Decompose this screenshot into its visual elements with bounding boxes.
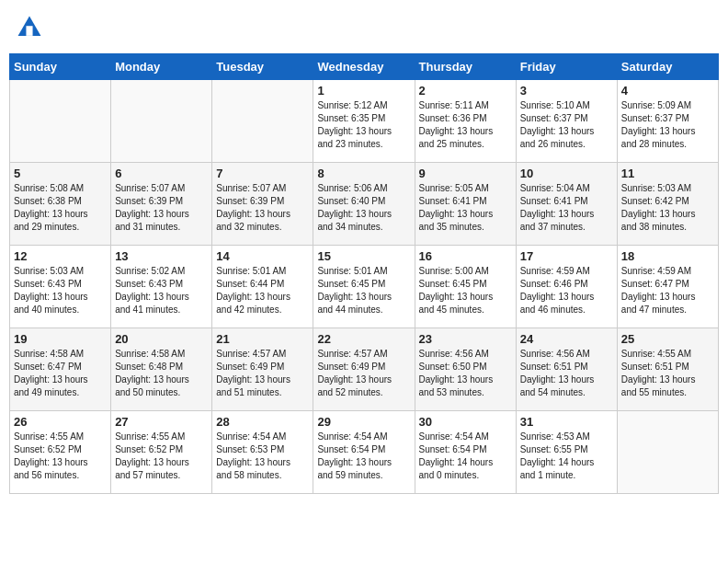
day-info: Sunrise: 4:54 AM Sunset: 6:54 PM Dayligh… bbox=[317, 431, 410, 482]
day-number: 15 bbox=[317, 249, 410, 263]
day-number: 2 bbox=[419, 84, 512, 98]
day-info: Sunrise: 4:58 AM Sunset: 6:48 PM Dayligh… bbox=[115, 348, 208, 399]
day-info: Sunrise: 4:58 AM Sunset: 6:47 PM Dayligh… bbox=[14, 348, 107, 399]
week-row-1: 5Sunrise: 5:08 AM Sunset: 6:38 PM Daylig… bbox=[10, 163, 719, 246]
day-info: Sunrise: 5:00 AM Sunset: 6:45 PM Dayligh… bbox=[419, 265, 512, 316]
day-cell: 19Sunrise: 4:58 AM Sunset: 6:47 PM Dayli… bbox=[10, 328, 111, 411]
day-info: Sunrise: 4:55 AM Sunset: 6:51 PM Dayligh… bbox=[621, 348, 714, 399]
day-cell bbox=[111, 80, 212, 163]
day-info: Sunrise: 5:08 AM Sunset: 6:38 PM Dayligh… bbox=[14, 182, 107, 234]
day-number: 20 bbox=[115, 332, 208, 346]
day-info: Sunrise: 5:12 AM Sunset: 6:35 PM Dayligh… bbox=[317, 99, 410, 151]
day-info: Sunrise: 5:05 AM Sunset: 6:41 PM Dayligh… bbox=[419, 182, 512, 234]
day-info: Sunrise: 4:54 AM Sunset: 6:54 PM Dayligh… bbox=[419, 431, 512, 482]
day-info: Sunrise: 5:01 AM Sunset: 6:44 PM Dayligh… bbox=[216, 265, 309, 316]
day-cell bbox=[10, 80, 111, 163]
day-cell: 6Sunrise: 5:07 AM Sunset: 6:39 PM Daylig… bbox=[111, 163, 212, 246]
day-cell: 25Sunrise: 4:55 AM Sunset: 6:51 PM Dayli… bbox=[617, 328, 718, 411]
day-number: 13 bbox=[115, 249, 208, 263]
day-number: 26 bbox=[14, 415, 107, 429]
calendar-table: SundayMondayTuesdayWednesdayThursdayFrid… bbox=[9, 53, 719, 494]
day-info: Sunrise: 5:09 AM Sunset: 6:37 PM Dayligh… bbox=[621, 99, 714, 151]
day-cell: 23Sunrise: 4:56 AM Sunset: 6:50 PM Dayli… bbox=[415, 328, 516, 411]
day-number: 3 bbox=[520, 84, 613, 98]
day-info: Sunrise: 4:56 AM Sunset: 6:50 PM Dayligh… bbox=[419, 348, 512, 399]
day-header-wednesday: Wednesday bbox=[313, 54, 415, 80]
day-cell: 13Sunrise: 5:02 AM Sunset: 6:43 PM Dayli… bbox=[111, 246, 212, 328]
day-number: 22 bbox=[317, 332, 410, 346]
day-number: 30 bbox=[419, 415, 512, 429]
day-number: 1 bbox=[317, 84, 410, 98]
day-info: Sunrise: 4:59 AM Sunset: 6:46 PM Dayligh… bbox=[520, 265, 613, 316]
day-number: 24 bbox=[520, 332, 613, 346]
day-number: 17 bbox=[520, 249, 613, 263]
day-cell: 31Sunrise: 4:53 AM Sunset: 6:55 PM Dayli… bbox=[516, 411, 617, 494]
header-row: SundayMondayTuesdayWednesdayThursdayFrid… bbox=[10, 54, 719, 80]
day-number: 6 bbox=[115, 167, 208, 180]
day-info: Sunrise: 4:54 AM Sunset: 6:53 PM Dayligh… bbox=[216, 431, 309, 482]
day-number: 23 bbox=[419, 332, 512, 346]
day-cell: 7Sunrise: 5:07 AM Sunset: 6:39 PM Daylig… bbox=[212, 163, 313, 246]
day-cell: 8Sunrise: 5:06 AM Sunset: 6:40 PM Daylig… bbox=[313, 163, 415, 246]
day-header-thursday: Thursday bbox=[415, 54, 516, 80]
day-info: Sunrise: 4:57 AM Sunset: 6:49 PM Dayligh… bbox=[216, 348, 309, 399]
day-header-monday: Monday bbox=[111, 54, 212, 80]
logo-icon bbox=[15, 13, 44, 42]
day-cell: 4Sunrise: 5:09 AM Sunset: 6:37 PM Daylig… bbox=[617, 80, 718, 163]
day-number: 27 bbox=[115, 415, 208, 429]
day-number: 19 bbox=[14, 332, 107, 346]
day-cell: 21Sunrise: 4:57 AM Sunset: 6:49 PM Dayli… bbox=[212, 328, 313, 411]
day-cell bbox=[212, 80, 313, 163]
day-number: 5 bbox=[14, 167, 107, 180]
day-info: Sunrise: 4:55 AM Sunset: 6:52 PM Dayligh… bbox=[14, 431, 107, 482]
day-info: Sunrise: 4:56 AM Sunset: 6:51 PM Dayligh… bbox=[520, 348, 613, 399]
day-info: Sunrise: 5:07 AM Sunset: 6:39 PM Dayligh… bbox=[115, 182, 208, 234]
day-cell: 14Sunrise: 5:01 AM Sunset: 6:44 PM Dayli… bbox=[212, 246, 313, 328]
day-cell: 22Sunrise: 4:57 AM Sunset: 6:49 PM Dayli… bbox=[313, 328, 415, 411]
day-number: 14 bbox=[216, 249, 309, 263]
day-cell: 1Sunrise: 5:12 AM Sunset: 6:35 PM Daylig… bbox=[313, 80, 415, 163]
day-info: Sunrise: 5:01 AM Sunset: 6:45 PM Dayligh… bbox=[317, 265, 410, 316]
day-cell: 5Sunrise: 5:08 AM Sunset: 6:38 PM Daylig… bbox=[10, 163, 111, 246]
day-header-sunday: Sunday bbox=[10, 54, 111, 80]
day-header-tuesday: Tuesday bbox=[212, 54, 313, 80]
day-info: Sunrise: 5:07 AM Sunset: 6:39 PM Dayligh… bbox=[216, 182, 309, 234]
day-cell: 10Sunrise: 5:04 AM Sunset: 6:41 PM Dayli… bbox=[516, 163, 617, 246]
day-number: 25 bbox=[621, 332, 714, 346]
day-cell: 24Sunrise: 4:56 AM Sunset: 6:51 PM Dayli… bbox=[516, 328, 617, 411]
day-cell: 2Sunrise: 5:11 AM Sunset: 6:36 PM Daylig… bbox=[415, 80, 516, 163]
day-number: 31 bbox=[520, 415, 613, 429]
day-cell: 28Sunrise: 4:54 AM Sunset: 6:53 PM Dayli… bbox=[212, 411, 313, 494]
svg-rect-2 bbox=[26, 26, 32, 36]
day-cell: 27Sunrise: 4:55 AM Sunset: 6:52 PM Dayli… bbox=[111, 411, 212, 494]
day-cell: 9Sunrise: 5:05 AM Sunset: 6:41 PM Daylig… bbox=[415, 163, 516, 246]
day-info: Sunrise: 5:11 AM Sunset: 6:36 PM Dayligh… bbox=[419, 99, 512, 151]
day-cell: 20Sunrise: 4:58 AM Sunset: 6:48 PM Dayli… bbox=[111, 328, 212, 411]
day-number: 29 bbox=[317, 415, 410, 429]
day-info: Sunrise: 5:04 AM Sunset: 6:41 PM Dayligh… bbox=[520, 182, 613, 234]
day-header-saturday: Saturday bbox=[617, 54, 718, 80]
week-row-4: 26Sunrise: 4:55 AM Sunset: 6:52 PM Dayli… bbox=[10, 411, 719, 494]
day-cell: 30Sunrise: 4:54 AM Sunset: 6:54 PM Dayli… bbox=[415, 411, 516, 494]
day-number: 16 bbox=[419, 249, 512, 263]
day-cell: 11Sunrise: 5:03 AM Sunset: 6:42 PM Dayli… bbox=[617, 163, 718, 246]
day-number: 8 bbox=[317, 167, 410, 180]
day-cell: 29Sunrise: 4:54 AM Sunset: 6:54 PM Dayli… bbox=[313, 411, 415, 494]
header bbox=[9, 9, 719, 46]
day-info: Sunrise: 5:10 AM Sunset: 6:37 PM Dayligh… bbox=[520, 99, 613, 151]
day-info: Sunrise: 5:03 AM Sunset: 6:43 PM Dayligh… bbox=[14, 265, 107, 316]
week-row-2: 12Sunrise: 5:03 AM Sunset: 6:43 PM Dayli… bbox=[10, 246, 719, 328]
week-row-3: 19Sunrise: 4:58 AM Sunset: 6:47 PM Dayli… bbox=[10, 328, 719, 411]
day-number: 9 bbox=[419, 167, 512, 180]
logo bbox=[15, 13, 48, 42]
day-number: 4 bbox=[621, 84, 714, 98]
day-number: 7 bbox=[216, 167, 309, 180]
week-row-0: 1Sunrise: 5:12 AM Sunset: 6:35 PM Daylig… bbox=[10, 80, 719, 163]
day-cell: 17Sunrise: 4:59 AM Sunset: 6:46 PM Dayli… bbox=[516, 246, 617, 328]
day-cell: 3Sunrise: 5:10 AM Sunset: 6:37 PM Daylig… bbox=[516, 80, 617, 163]
day-info: Sunrise: 4:53 AM Sunset: 6:55 PM Dayligh… bbox=[520, 431, 613, 482]
day-cell: 18Sunrise: 4:59 AM Sunset: 6:47 PM Dayli… bbox=[617, 246, 718, 328]
day-header-friday: Friday bbox=[516, 54, 617, 80]
day-cell: 26Sunrise: 4:55 AM Sunset: 6:52 PM Dayli… bbox=[10, 411, 111, 494]
day-info: Sunrise: 5:02 AM Sunset: 6:43 PM Dayligh… bbox=[115, 265, 208, 316]
